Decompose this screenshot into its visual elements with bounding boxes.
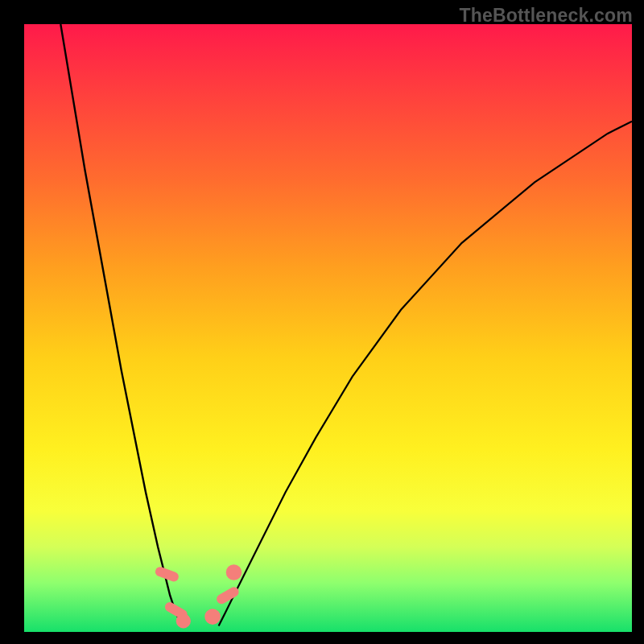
marker-pill <box>215 585 241 605</box>
marker-dot <box>226 564 242 580</box>
right-branch-curve <box>219 122 632 626</box>
marker-layer <box>154 564 242 628</box>
marker-dot <box>176 613 191 628</box>
curve-layer <box>24 24 632 632</box>
marker-dot <box>204 609 221 625</box>
plot-area <box>24 24 632 632</box>
left-branch-curve <box>60 24 182 626</box>
watermark-text: TheBottleneck.com <box>459 5 633 27</box>
chart-stage: TheBottleneck.com <box>0 0 644 644</box>
